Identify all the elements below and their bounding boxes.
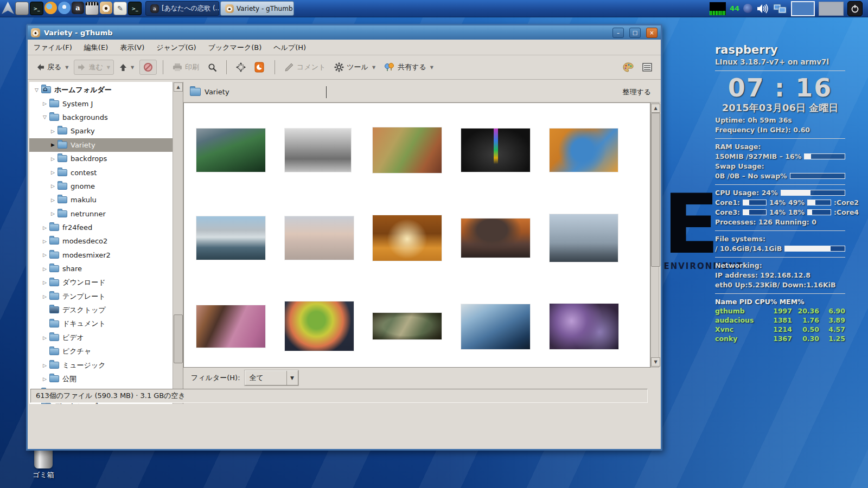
sidebar-item-netrunner[interactable]: ▷netrunner: [29, 207, 173, 221]
expander-icon[interactable]: ▷: [41, 225, 49, 230]
back-chevron-icon[interactable]: ▼: [65, 65, 68, 70]
thumb-cathedral-grayscale[interactable]: [285, 129, 351, 172]
pager-desktop-1[interactable]: [791, 1, 815, 16]
sidebar-item-公開[interactable]: ▷公開: [29, 372, 173, 386]
search-button[interactable]: [205, 61, 220, 74]
network-icon[interactable]: [773, 3, 787, 15]
menu-item-3[interactable]: ジャンプ(G): [150, 40, 202, 55]
notes-icon[interactable]: ✎: [113, 2, 127, 15]
scroll-up-icon[interactable]: ▲: [174, 82, 183, 92]
sidebar-item-ホームフォルダー[interactable]: ▽ホームフォルダー: [29, 83, 173, 97]
thumb-purple-nebula[interactable]: [550, 304, 618, 349]
menu-item-5[interactable]: ヘルプ(H): [267, 40, 312, 55]
scroll-up-icon[interactable]: ▲: [651, 104, 660, 113]
computer-icon[interactable]: [15, 2, 29, 15]
sidebar-item-Variety[interactable]: ▶Variety: [29, 138, 173, 152]
share-button[interactable]: 共有する ▼: [381, 60, 437, 74]
sidebar-scrollbar[interactable]: ▲ ▼: [173, 82, 183, 424]
expander-icon[interactable]: ▷: [41, 363, 49, 368]
sidebar-item-modesmixer2[interactable]: ▷modesmixer2: [29, 248, 173, 262]
audacious-icon[interactable]: a: [72, 2, 84, 14]
sidebar-item-ミュージック[interactable]: ▷ミュージック: [29, 358, 173, 372]
sidebar-item-makulu[interactable]: ▷makulu: [29, 193, 173, 207]
terminal-icon[interactable]: >_: [30, 2, 43, 15]
expander-icon[interactable]: ▷: [41, 101, 49, 106]
tools-button[interactable]: ツール ▼: [331, 60, 379, 74]
close-button[interactable]: ×: [646, 28, 658, 38]
menu-logo-icon[interactable]: [2, 2, 14, 14]
bluetooth-icon[interactable]: [743, 4, 752, 13]
organize-button[interactable]: 整理する: [619, 86, 654, 99]
power-button[interactable]: [847, 1, 863, 16]
thumb-lighter-rainbow-flame[interactable]: [461, 129, 530, 172]
expander-icon[interactable]: ▷: [41, 294, 49, 299]
sidebar-item-ビデオ[interactable]: ▷ビデオ: [29, 331, 173, 344]
thumb-autumn-forest-path[interactable]: [373, 215, 442, 261]
menu-item-4[interactable]: ブックマーク(B): [202, 40, 268, 55]
expander-icon[interactable]: ▷: [41, 335, 49, 341]
window-titlebar[interactable]: Variety - gThumb – □ ×: [28, 25, 661, 40]
thumb-stone-bridge[interactable]: [550, 214, 618, 262]
media-player-icon[interactable]: [85, 2, 99, 15]
thumb-pink-petals-trees[interactable]: [196, 305, 265, 348]
maximize-button[interactable]: □: [629, 28, 641, 38]
sidebar-item-backgrounds[interactable]: ▽backgrounds: [29, 111, 173, 124]
volume-icon[interactable]: [756, 3, 769, 14]
stop-button[interactable]: [139, 60, 157, 75]
main-scrollbar[interactable]: ▲ ▼: [650, 102, 659, 368]
expander-icon[interactable]: ▶: [49, 142, 57, 147]
menu-item-1[interactable]: 編集(E): [78, 40, 114, 55]
scroll-down-icon[interactable]: ▼: [651, 357, 660, 367]
expander-icon[interactable]: ▷: [41, 239, 49, 244]
sidebar-item-System J[interactable]: ▷System J: [29, 97, 173, 110]
expander-icon[interactable]: ▽: [41, 114, 49, 120]
pager-desktop-2[interactable]: [819, 2, 844, 16]
up-chevron-icon[interactable]: ▼: [131, 65, 134, 70]
print-button[interactable]: 印刷: [169, 60, 202, 74]
sidebar-item-デスクトップ[interactable]: デスクトップ: [29, 303, 173, 317]
main-scroll-thumb[interactable]: [651, 113, 660, 267]
sidebar-item-ダウンロード[interactable]: ▷ダウンロード: [29, 275, 173, 289]
sidebar-item-ピクチャ[interactable]: ピクチャ: [29, 344, 173, 358]
expander-icon[interactable]: ▷: [41, 280, 49, 285]
terminal2-icon[interactable]: >_: [128, 2, 142, 15]
sidebar-item-share[interactable]: ▷share: [29, 262, 173, 275]
gthumb-icon[interactable]: [100, 2, 112, 14]
expander-icon[interactable]: ▷: [41, 376, 49, 382]
thumb-volcano-eruption[interactable]: [461, 219, 530, 258]
thumb-autumn-leaves[interactable]: [373, 127, 442, 173]
chromium-icon[interactable]: [58, 2, 71, 14]
sidebar-item-Sparky[interactable]: ▷Sparky: [29, 124, 173, 138]
menu-item-0[interactable]: ファイル(F): [28, 40, 78, 55]
expander-icon[interactable]: ▷: [49, 170, 57, 175]
forward-button[interactable]: 進む ▼: [74, 60, 113, 75]
cpu-graph-widget[interactable]: [710, 2, 726, 15]
thumb-camo-texture[interactable]: [373, 313, 442, 339]
thumb-sailboat-dusk[interactable]: [285, 216, 354, 260]
sidebar-item-テンプレート[interactable]: ▷テンプレート: [29, 290, 173, 303]
expander-icon[interactable]: ▽: [33, 87, 41, 93]
filter-combo[interactable]: 全て ▼: [245, 370, 298, 386]
view-list-button[interactable]: [639, 61, 655, 74]
thumb-autumn-trees-sky[interactable]: [550, 129, 618, 172]
task-audacious[interactable]: a[あなたへの恋歌 (...: [145, 1, 219, 16]
thumb-harbor-boats[interactable]: [196, 216, 265, 260]
sidebar-scroll-thumb[interactable]: [174, 314, 183, 363]
sidebar-item-contest[interactable]: ▷contest: [29, 165, 173, 179]
slideshow-button[interactable]: [251, 60, 269, 75]
menu-item-2[interactable]: 表示(V): [114, 40, 150, 55]
back-button[interactable]: 戻る ▼: [33, 60, 72, 74]
thumb-maple-leaves-fan[interactable]: [285, 301, 354, 351]
sidebar-item-backdrops[interactable]: ▷backdrops: [29, 152, 173, 165]
expander-icon[interactable]: ▷: [49, 156, 57, 162]
fullscreen-button[interactable]: [233, 60, 249, 74]
expander-icon[interactable]: ▷: [41, 266, 49, 272]
expander-icon[interactable]: ▷: [49, 197, 57, 203]
firefox-icon[interactable]: [44, 2, 57, 14]
expander-icon[interactable]: ▷: [49, 211, 57, 216]
palette-button[interactable]: [620, 60, 637, 74]
filter-dropdown-icon[interactable]: ▼: [286, 371, 298, 385]
thumb-mountain-waterfall[interactable]: [196, 129, 265, 172]
sidebar-item-gnome[interactable]: ▷gnome: [29, 179, 173, 193]
expander-icon[interactable]: ▷: [41, 252, 49, 258]
